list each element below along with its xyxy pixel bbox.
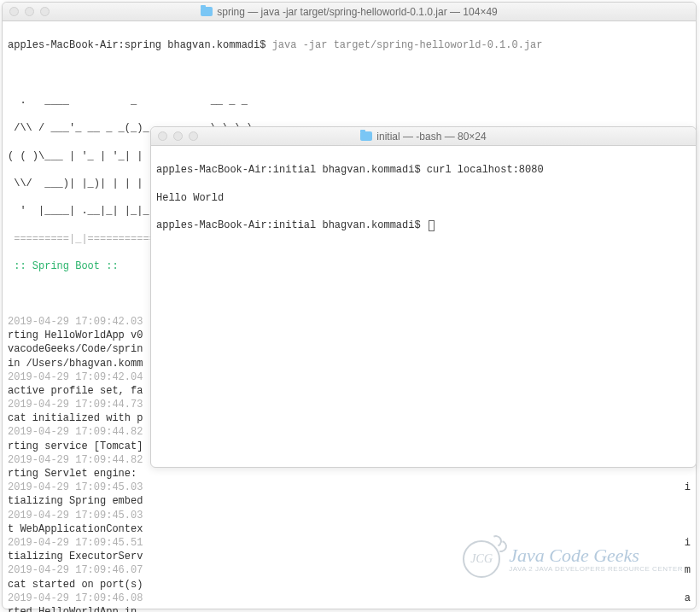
- log-line: rting Servlet engine:: [8, 467, 691, 481]
- log-line: t WebApplicationContex: [8, 522, 691, 536]
- bg-title: spring — java -jar target/spring-hellowo…: [3, 6, 696, 18]
- log-line: cat started on port(s): [8, 578, 691, 592]
- fg-title: initial — -bash — 80×24: [151, 131, 696, 143]
- fg-line: Hello World: [156, 191, 691, 205]
- watermark-sub: JAVA 2 JAVA DEVELOPERS RESOURCE CENTER: [509, 565, 683, 573]
- bg-prompt: apples-MacBook-Air:spring bhagvan.kommad…: [8, 39, 272, 51]
- zoom-icon[interactable]: [40, 7, 50, 16]
- spring-boot-label: :: Spring Boot ::: [8, 260, 119, 272]
- log-line: 2019-04-29 17:09:45.03i: [8, 481, 691, 494]
- watermark-main: Java Code Geeks: [509, 546, 683, 565]
- log-line: tializing Spring embed: [8, 494, 691, 508]
- log-line: rted HelloWorldApp in: [8, 605, 691, 612]
- zoom-icon[interactable]: [189, 131, 198, 141]
- log-line: 2019-04-29 17:09:46.08a: [8, 592, 691, 605]
- bg-traffic-lights: [9, 7, 50, 16]
- fg-line: apples-MacBook-Air:initial bhagvan.komma…: [156, 163, 691, 177]
- fg-terminal-body[interactable]: apples-MacBook-Air:initial bhagvan.komma…: [151, 146, 696, 264]
- fg-prompt: apples-MacBook-Air:initial bhagvan.komma…: [156, 219, 427, 231]
- minimize-icon[interactable]: [173, 131, 183, 141]
- folder-icon: [201, 7, 213, 16]
- ascii-line: . ____ _ __ _ _: [8, 94, 691, 108]
- fg-traffic-lights: [158, 131, 198, 141]
- bg-command: java -jar target/spring-helloworld-0.1.0…: [272, 39, 543, 51]
- bg-title-text: spring — java -jar target/spring-hellowo…: [217, 6, 498, 18]
- fg-title-text: initial — -bash — 80×24: [376, 131, 486, 143]
- bg-titlebar[interactable]: spring — java -jar target/spring-hellowo…: [3, 3, 696, 21]
- watermark-initials: JCG: [470, 552, 493, 566]
- close-icon[interactable]: [158, 131, 167, 141]
- close-icon[interactable]: [9, 7, 19, 16]
- cursor-icon: [429, 220, 435, 231]
- log-line: 2019-04-29 17:09:45.03: [8, 509, 691, 522]
- minimize-icon[interactable]: [25, 7, 34, 16]
- foreground-terminal-window: initial — -bash — 80×24 apples-MacBook-A…: [150, 126, 697, 468]
- watermark-logo: JCG Java Code Geeks JAVA 2 JAVA DEVELOPE…: [463, 540, 683, 578]
- folder-icon: [360, 131, 372, 141]
- watermark-badge-icon: JCG: [463, 540, 500, 578]
- fg-titlebar[interactable]: initial — -bash — 80×24: [151, 127, 696, 146]
